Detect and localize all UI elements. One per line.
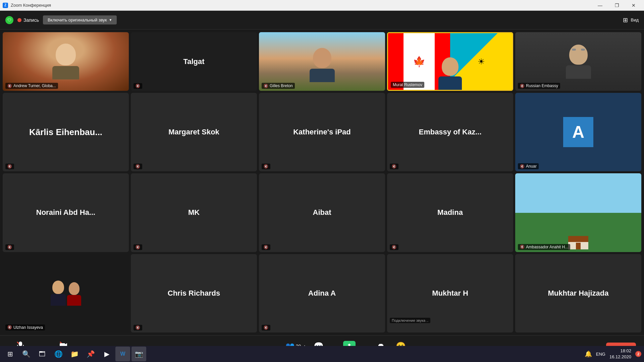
participant-cell-gilles: 🔇 Gilles Breton bbox=[259, 32, 385, 91]
participant-cell-andrew: 🔇 Andrew Turner, Globa... bbox=[3, 32, 129, 91]
avatar-anuar: A bbox=[563, 117, 593, 147]
task-view-button[interactable]: 🗔 bbox=[35, 347, 50, 361]
participant-name-mk: MK bbox=[185, 205, 202, 220]
participant-cell-talgat: Talgat 🔇 bbox=[131, 32, 257, 91]
participant-name-katherine: Katherine's iPad bbox=[290, 125, 354, 139]
participant-cell-katherine: Katherine's iPad 🔇 bbox=[259, 93, 385, 171]
name-badge-chris: 🔇 bbox=[133, 325, 142, 330]
participant-name-murat: Murat Rustemov bbox=[393, 82, 422, 87]
title-bar: Z Zoom Конференция — ❐ ✕ bbox=[0, 0, 644, 11]
mute-icon-katherine: 🔇 bbox=[264, 164, 268, 169]
participant-cell-chris: Chris Richards 🔇 bbox=[131, 254, 257, 333]
original-audio-button[interactable]: Включить оригинальный звук ▼ bbox=[43, 15, 117, 24]
participant-name-anuar: Anuar bbox=[526, 164, 537, 169]
participant-cell-russian: 🔇 Russian Embassy bbox=[515, 32, 641, 91]
participant-name-ambassador: Ambassador Anahit H... bbox=[526, 245, 568, 249]
participant-name-badge-gilles: 🔇 Gilles Breton bbox=[262, 83, 295, 89]
participant-cell-margaret: Margaret Skok 🔇 bbox=[131, 93, 257, 171]
taskbar-language[interactable]: ENG bbox=[596, 352, 605, 357]
status-mukhtar-h: Подключение звука .. bbox=[392, 318, 428, 322]
participant-name-adina: Adina A bbox=[306, 286, 338, 300]
notification-badge[interactable]: 2 bbox=[635, 351, 641, 357]
participant-name-margaret: Margaret Skok bbox=[166, 125, 222, 139]
close-button[interactable]: ✕ bbox=[626, 0, 641, 11]
mute-icon-adina: 🔇 bbox=[264, 325, 268, 330]
participant-name-noraini: Noraini Abd Ha... bbox=[34, 205, 98, 220]
mute-icon-russian: 🔇 bbox=[520, 84, 525, 88]
participant-name-mukhtar-haj: Mukhtar Hajizada bbox=[545, 286, 611, 300]
name-badge-mukhtar-h: Подключение звука .. bbox=[390, 318, 430, 323]
participant-name-chris: Chris Richards bbox=[165, 286, 223, 300]
name-badge-mk: 🔇 bbox=[133, 244, 142, 250]
participant-cell-mk: MK 🔇 bbox=[131, 173, 257, 252]
start-button[interactable]: ⊞ bbox=[3, 347, 17, 361]
clock-time: 18:02 bbox=[609, 348, 631, 354]
name-badge-adina: 🔇 bbox=[262, 325, 270, 330]
participant-cell-madina: Madina 🔇 bbox=[387, 173, 513, 252]
participant-name-badge-murat: Murat Rustemov bbox=[391, 82, 424, 88]
participant-name-gilles: Gilles Breton bbox=[270, 83, 293, 88]
zoom-icon: Z bbox=[3, 3, 8, 8]
name-badge-katherine: 🔇 bbox=[262, 164, 270, 169]
participant-name-karlis: Kārlis Eihenbau... bbox=[26, 124, 105, 140]
record-status: Запись bbox=[17, 17, 39, 23]
name-badge-ulzhan: 🔇 Ulzhan Issayeva bbox=[5, 324, 45, 330]
participant-name-ulzhan: Ulzhan Issayeva bbox=[13, 325, 43, 330]
taskbar-left: ⊞ 🔍 🗔 🌐 📁 📌 ▶ W 📷 bbox=[3, 347, 146, 361]
top-toolbar: 🛡 Запись Включить оригинальный звук ▼ ⊞ … bbox=[0, 11, 644, 29]
participant-name-badge-talgat: 🔇 bbox=[133, 83, 142, 89]
name-badge-anuar: 🔇 Anuar bbox=[518, 163, 539, 169]
search-button[interactable]: 🔍 bbox=[19, 347, 34, 361]
mute-icon-madina: 🔇 bbox=[392, 245, 396, 249]
mute-icon-ambassador: 🔇 bbox=[520, 245, 525, 249]
taskbar: ⊞ 🔍 🗔 🌐 📁 📌 ▶ W 📷 🔔 ENG 18:02 16.12.2020… bbox=[0, 346, 644, 362]
security-shield-icon: 🛡 bbox=[5, 16, 13, 24]
mute-icon-ulzhan: 🔇 bbox=[7, 325, 12, 329]
participant-name-talgat: Talgat bbox=[180, 55, 207, 69]
mute-icon-gilles: 🔇 bbox=[264, 84, 268, 88]
dropdown-arrow-icon: ▼ bbox=[109, 18, 112, 22]
explorer-button[interactable]: 📁 bbox=[67, 347, 82, 361]
minimize-button[interactable]: — bbox=[592, 0, 608, 11]
audio-btn-label: Включить оригинальный звук bbox=[48, 17, 107, 22]
name-badge-embassy-kaz: 🔇 bbox=[390, 164, 398, 169]
zoom-taskbar-button[interactable]: 📷 bbox=[131, 347, 146, 361]
name-badge-ambassador: 🔇 Ambassador Anahit H... bbox=[518, 244, 570, 250]
media-button[interactable]: ▶ bbox=[99, 347, 114, 361]
video-grid: 🔇 Andrew Turner, Globa... Talgat 🔇 🔇 Gil… bbox=[0, 29, 644, 335]
participant-cell-adina: Adina A 🔇 bbox=[259, 254, 385, 333]
participant-cell-ambassador: 🔇 Ambassador Anahit H... bbox=[515, 173, 641, 252]
mute-icon-chris: 🔇 bbox=[136, 325, 140, 330]
participant-cell-karlis: Kārlis Eihenbau... 🔇 bbox=[3, 93, 129, 171]
mute-icon-mk: 🔇 bbox=[136, 245, 140, 249]
word-button[interactable]: W bbox=[115, 347, 130, 361]
participant-cell-noraini: Noraini Abd Ha... 🔇 bbox=[3, 173, 129, 252]
grid-row-2: Kārlis Eihenbau... 🔇 Margaret Skok 🔇 Kat… bbox=[3, 93, 641, 171]
participant-name-madina: Madina bbox=[435, 205, 466, 220]
mute-icon-talgat: 🔇 bbox=[136, 84, 140, 88]
record-dot bbox=[17, 18, 21, 22]
clock-date: 16.12.2020 bbox=[609, 354, 631, 360]
mute-icon-margaret: 🔇 bbox=[136, 164, 140, 169]
maximize-button[interactable]: ❐ bbox=[609, 0, 625, 11]
mute-icon-embassy-kaz: 🔇 bbox=[392, 164, 396, 169]
participant-cell-ulzhan: 🔇 Ulzhan Issayeva bbox=[3, 254, 129, 333]
toolbar-right: ⊞ Вид bbox=[623, 16, 639, 24]
participant-name-badge-andrew: 🔇 Andrew Turner, Globa... bbox=[5, 83, 58, 89]
top-video-row: 🔇 Andrew Turner, Globa... Talgat 🔇 🔇 Gil… bbox=[3, 32, 641, 91]
name-badge-aibat: 🔇 bbox=[262, 244, 270, 250]
participant-name-badge-russian: 🔇 Russian Embassy bbox=[518, 83, 560, 89]
grid-view-icon[interactable]: ⊞ bbox=[623, 16, 628, 24]
view-label[interactable]: Вид bbox=[631, 17, 639, 22]
participant-cell-anuar: A 🔇 Anuar bbox=[515, 93, 641, 171]
taskbar-clock: 18:02 16.12.2020 bbox=[609, 348, 631, 360]
svg-rect-1 bbox=[19, 342, 22, 346]
title-bar-left: Z Zoom Конференция bbox=[3, 3, 51, 8]
record-label: Запись bbox=[23, 17, 39, 23]
participant-cell-aibat: Aibat 🔇 bbox=[259, 173, 385, 252]
chrome-button[interactable]: 🌐 bbox=[51, 347, 66, 361]
taskbar-notification-area: 🔔 bbox=[585, 350, 592, 358]
pin-button[interactable]: 📌 bbox=[83, 347, 98, 361]
participant-cell-murat: 🍁 ☀ Murat Rustemov bbox=[387, 32, 513, 91]
participant-name-embassy-kaz: Embassy of Kaz... bbox=[416, 125, 484, 139]
